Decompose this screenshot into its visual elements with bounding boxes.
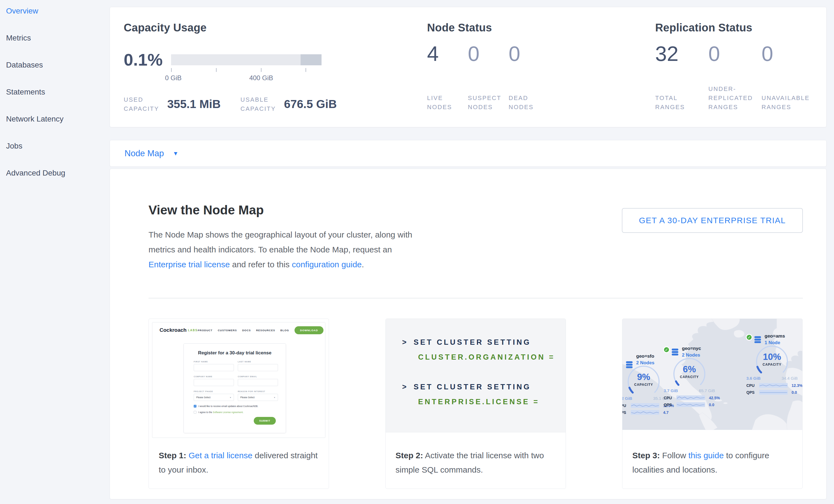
sidebar-item-metrics[interactable]: Metrics [0, 27, 110, 49]
capacity-usage-title: Capacity Usage [124, 22, 424, 34]
thumbnail-input [194, 364, 234, 371]
sidebar-item-network-latency[interactable]: Network Latency [0, 108, 110, 130]
node-status-title: Node Status [427, 22, 549, 34]
thumbnail-nav: PRODUCT CUSTOMERS DOCS RESOURCES BLOG [198, 329, 289, 332]
chevron-down-icon: ▼ [229, 396, 232, 398]
capacity-axis-label: 400 GiB [249, 74, 273, 82]
total-ranges-stat: 32 TOTAL RANGES [655, 43, 708, 112]
cpu-label: CPU [622, 403, 631, 408]
cpu-metric: CPU 12.3% [746, 383, 803, 388]
thumbnail-nav-item: RESOURCES [256, 329, 275, 332]
step-2-label: Step 2: [396, 451, 423, 460]
cpu-label: CPU [664, 396, 676, 400]
thumbnail-select: Please Select ▼ [238, 394, 278, 401]
step-1-card: Cockroach LABS PRODUCT CUSTOMERS DOCS RE… [149, 319, 329, 489]
node-map-dropdown[interactable]: Node Map ▼ [125, 149, 178, 158]
this-guide-link[interactable]: this guide [688, 451, 724, 460]
sidebar: Overview Metrics Databases Statements Ne… [0, 0, 110, 504]
sql-command: SET CLUSTER SETTING [414, 338, 531, 346]
unavailable-ranges-value: 0 [762, 43, 815, 64]
location-node-count: 1 Node [765, 340, 780, 346]
sql-prompt: > [402, 338, 408, 346]
unavailable-ranges-label: UNAVAILABLE RANGES [762, 93, 808, 112]
unchecked-checkbox-icon [194, 411, 196, 414]
enterprise-trial-license-link[interactable]: Enterprise trial license [149, 260, 230, 269]
step-2-caption: Step 2: Activate the trial license with … [396, 448, 558, 477]
sidebar-item-statements[interactable]: Statements [0, 81, 110, 103]
sql-command-line: >SET CLUSTER SETTING [402, 338, 531, 347]
node-healthy-badge-icon: ✓ [663, 346, 670, 353]
enterprise-trial-button[interactable]: GET A 30-DAY ENTERPRISE TRIAL [622, 208, 803, 233]
suspect-nodes-stat: 0 SUSPECT NODES [468, 43, 509, 112]
sidebar-item-advanced-debug[interactable]: Advanced Debug [0, 162, 110, 184]
location-node-count: 2 Nodes [682, 352, 700, 358]
checked-checkbox-icon: ✓ [194, 405, 196, 408]
thumbnail-field-label: FIRST NAME [194, 361, 208, 363]
steps-row: Cockroach LABS PRODUCT CUSTOMERS DOCS RE… [149, 319, 803, 489]
sql-command-line: >SET CLUSTER SETTING [402, 383, 531, 391]
location-name: geo=sfo [636, 353, 654, 359]
used-capacity-stat: USED CAPACITY 355.1 MiB [124, 95, 221, 113]
capacity-total: 34.4 GiB [782, 376, 798, 380]
suspect-nodes-value: 0 [468, 43, 509, 64]
capacity-axis-tick [306, 68, 306, 72]
description-text: and refer to this [230, 260, 292, 269]
database-icon [671, 348, 679, 357]
thumbnail-nav-item: CUSTOMERS [218, 329, 237, 332]
capacity-used: 3.6 GiB [746, 376, 761, 380]
sidebar-item-jobs[interactable]: Jobs [0, 135, 110, 157]
cpu-metric: CPU 42.5% [664, 395, 722, 400]
qps-label: QPS [664, 402, 676, 407]
thumbnail-register-form: Register for a 30-day trial license FIRS… [183, 343, 286, 433]
cpu-sparkline [759, 383, 788, 388]
thumbnail-submit-button: SUBMIT [254, 417, 276, 425]
qps-sparkline [759, 390, 788, 395]
total-ranges-label: TOTAL RANGES [655, 93, 702, 112]
step-1-caption: Step 1: Get a trial license delivered st… [159, 448, 321, 477]
sql-prompt: > [402, 383, 408, 391]
thumbnail-checkbox-text: I would like to receive email updates ab… [198, 405, 258, 408]
under-replicated-ranges-value: 0 [708, 43, 762, 64]
gauge-label: CAPACITY [622, 383, 667, 387]
gauge-percent: 6% [666, 364, 713, 374]
dead-nodes-value: 0 [509, 43, 549, 64]
node-map-dropdown-label: Node Map [125, 149, 164, 158]
thumbnail-field-label: LAST NAME [238, 361, 251, 363]
thumbnail-site-header: Cockroach LABS PRODUCT CUSTOMERS DOCS RE… [152, 323, 325, 338]
qps-value: 0.0 [709, 402, 714, 407]
thumbnail-checkbox-row: ✓ I would like to receive email updates … [194, 405, 258, 408]
thumbnail-select-value: Please Select [196, 396, 211, 399]
trial-license-site-thumbnail: Cockroach LABS PRODUCT CUSTOMERS DOCS RE… [152, 322, 325, 438]
capacity-used-percent: 0.1% [124, 50, 162, 69]
node-map-thumbnail: ! geo=sfo 2 Nodes 9% CAPACITY [622, 319, 803, 430]
node-healthy-badge-icon: ✓ [746, 334, 752, 341]
capacity-total: 65.7 GiB [699, 388, 715, 393]
replication-status-title: Replication Status [655, 22, 815, 34]
cpu-label: CPU [746, 383, 759, 388]
step-1-label: Step 1: [159, 451, 186, 460]
capacity-gauge: 9% CAPACITY [622, 365, 667, 395]
qps-sparkline [631, 410, 659, 415]
thumbnail-input [238, 364, 278, 371]
thumbnail-input [194, 379, 234, 386]
step-3-label: Step 3: [632, 451, 660, 460]
capacity-axis-tick [171, 68, 172, 72]
used-capacity-value: 355.1 MiB [167, 97, 221, 111]
gauge-label: CAPACITY [666, 375, 713, 379]
thumbnail-checkbox-row: I agree to the Software License Agreemen… [194, 411, 244, 414]
gauge-percent: 9% [622, 372, 667, 382]
qps-label: QPS [746, 390, 759, 395]
under-replicated-ranges-stat: 0 UNDER-REPLICATED RANGES [708, 43, 762, 112]
capacity-gauge: 6% CAPACITY [666, 357, 713, 388]
get-trial-license-link[interactable]: Get a trial license [189, 451, 253, 460]
usable-capacity-stat: USABLE CAPACITY 676.5 GiB [241, 95, 337, 113]
live-nodes-value: 4 [427, 43, 468, 64]
qps-value: 0.0 [792, 390, 797, 395]
thumbnail-license-link: Software License Agreement. [213, 411, 243, 414]
sidebar-item-overview[interactable]: Overview [0, 0, 110, 22]
configuration-guide-link[interactable]: configuration guide [292, 260, 362, 269]
sidebar-item-databases[interactable]: Databases [0, 54, 110, 76]
database-icon [753, 336, 762, 345]
qps-metric: QPS 0.0 [746, 390, 803, 395]
gauge-label: CAPACITY [749, 363, 795, 367]
